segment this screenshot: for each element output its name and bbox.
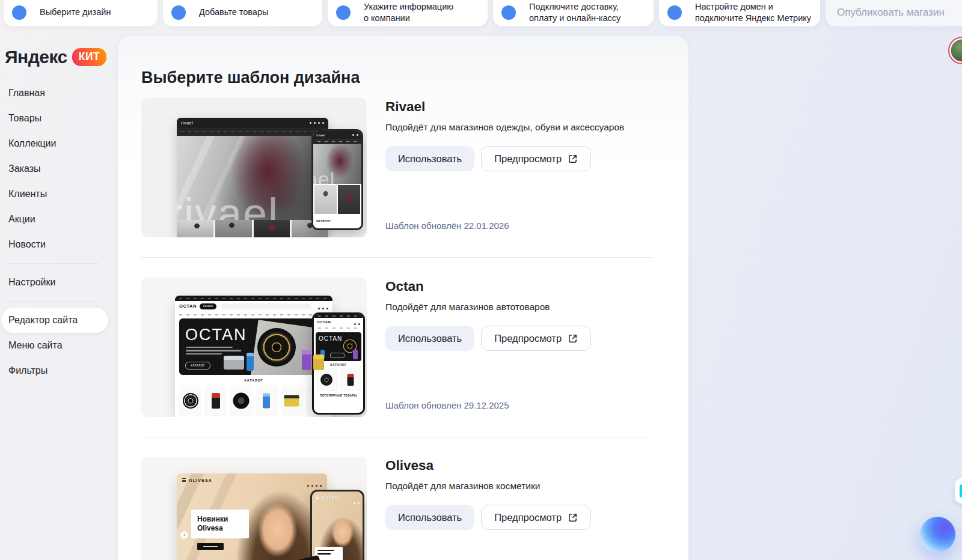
- mock-info-bar: [175, 296, 332, 301]
- preview-button-label: Предпросмотр: [494, 333, 562, 344]
- template-actions: Использовать Предпросмотр: [385, 326, 650, 351]
- mock-hero-image: rivael: [313, 144, 361, 184]
- step-dot-icon: [12, 5, 26, 20]
- brand-wordmark: Яндекс: [5, 47, 67, 67]
- publish-store-button[interactable]: Опубликовать магазин: [826, 0, 962, 26]
- nav-label: Товары: [8, 113, 41, 124]
- step-delivery-payment[interactable]: Подключите доставку, оплату и онлайн-кас…: [493, 0, 654, 26]
- carousel-arrow-icon: ‹: [180, 531, 188, 539]
- nav-label: Клиенты: [8, 189, 47, 199]
- use-button[interactable]: Использовать: [385, 505, 474, 530]
- template-info: Olivesa Подойдёт для магазинов косметики…: [385, 457, 650, 560]
- step-add-products[interactable]: Добавьте товары: [163, 0, 322, 26]
- sidebar-item-main[interactable]: Главная: [0, 81, 118, 106]
- use-button-label: Использовать: [398, 333, 462, 344]
- mock-photo-strip: [177, 220, 328, 237]
- decor: [340, 368, 362, 391]
- mock-header-icons: [351, 496, 360, 507]
- preview-button-label: Предпросмотр: [494, 512, 562, 523]
- step-label: Укажите информацию о компании: [364, 1, 453, 24]
- octan-desktop-mockup: OCTAN Каталог OCTAN: [175, 296, 332, 417]
- rivael-desktop-mockup: rivael rivael: [177, 118, 328, 237]
- sidebar-item-settings[interactable]: Настройки: [0, 270, 118, 295]
- step-dot-icon: [171, 5, 186, 20]
- chat-widget-button[interactable]: [955, 478, 962, 504]
- main-panel: Выберите шаблон дизайна rivael rivael: [118, 36, 688, 560]
- makeup-palette-graphic: [263, 555, 326, 560]
- mock-site-header: OLIVESA: [182, 478, 212, 482]
- page-title: Выберите шаблон дизайна: [141, 68, 360, 87]
- mock-hero-title: Новинки: [197, 516, 249, 523]
- decor: [186, 347, 241, 356]
- decor: [215, 220, 252, 237]
- mock-site-header: OCTAN Каталог: [175, 301, 332, 311]
- nav-label: Акции: [8, 214, 35, 225]
- sidebar-item-customers[interactable]: Клиенты: [0, 181, 118, 207]
- mock-header-icons: [316, 301, 328, 312]
- step-dot-icon: [667, 5, 682, 20]
- yandex-kit-logo[interactable]: Яндекс КИТ: [5, 47, 106, 67]
- mock-site-header: OCTAN: [314, 318, 363, 326]
- decor: [254, 220, 290, 237]
- mock-hero-image: rivael: [177, 136, 328, 220]
- external-link-icon: [568, 513, 578, 523]
- sidebar-item-filters[interactable]: Фильтры: [0, 358, 118, 383]
- mock-hero-subtitle: Olivesa: [197, 525, 249, 532]
- sidebar: Яндекс КИТ Главная Товары Коллекции Зака…: [0, 0, 118, 560]
- spray-can-graphic: [247, 353, 254, 371]
- mock-nav-bar: [177, 128, 328, 136]
- template-thumbnail-rivael: rivael rivael ri: [141, 98, 367, 237]
- user-avatar[interactable]: [948, 37, 962, 64]
- mock-catalog-button: [330, 353, 345, 358]
- publish-label: Опубликовать магазин: [826, 7, 945, 19]
- template-name: Olivesa: [385, 458, 650, 473]
- mock-watermark-text: rivael: [177, 189, 279, 220]
- decor: [338, 185, 360, 214]
- mock-hero-title: OCTAN: [319, 335, 342, 342]
- sidebar-nav: Главная Товары Коллекции Заказы Клиенты …: [0, 81, 118, 383]
- template-updated-date: Шаблон обновлён 22.01.2026: [385, 221, 509, 231]
- template-row-olivesa: OLIVESA Новинки Olivesa ‹: [141, 457, 650, 560]
- mock-site-logo: rivael: [181, 121, 193, 125]
- step-company-info[interactable]: Укажите информацию о компании: [328, 0, 488, 26]
- olivesa-desktop-mockup: OLIVESA Новинки Olivesa ‹: [177, 473, 327, 560]
- template-row-octan: OCTAN Каталог OCTAN: [141, 278, 650, 417]
- template-updated-date: Шаблон обновлён 29.12.2025: [385, 400, 509, 410]
- sidebar-item-news[interactable]: Новости: [0, 232, 118, 257]
- mock-watermark-text: rivael: [313, 168, 335, 184]
- preview-button-label: Предпросмотр: [494, 153, 562, 165]
- preview-button[interactable]: Предпросмотр: [481, 146, 591, 171]
- wheel-graphic: [257, 328, 296, 367]
- mock-site-logo: OLIVESA: [189, 478, 212, 482]
- sidebar-item-orders[interactable]: Заказы: [0, 156, 118, 181]
- decor: [256, 385, 278, 416]
- kit-badge: КИТ: [72, 48, 106, 66]
- use-button[interactable]: Использовать: [385, 146, 474, 171]
- mock-product-tiles: [314, 367, 363, 393]
- sidebar-item-site-menu[interactable]: Меню сайта: [0, 333, 118, 358]
- mock-header-icons: [307, 122, 324, 124]
- sidebar-item-products[interactable]: Товары: [0, 106, 118, 131]
- decor: [177, 220, 213, 237]
- decor: [230, 385, 252, 416]
- preview-button[interactable]: Предпросмотр: [481, 505, 591, 530]
- sidebar-item-promotions[interactable]: Акции: [0, 207, 118, 232]
- template-thumbnail-octan: OCTAN Каталог OCTAN: [141, 278, 367, 417]
- mock-site-header: rivael: [177, 118, 328, 128]
- template-name: Octan: [385, 279, 650, 294]
- hamburger-icon: [316, 495, 319, 499]
- mock-photo-tiles: [313, 184, 361, 215]
- template-name: Rivael: [385, 99, 650, 115]
- hamburger-icon: [182, 478, 186, 482]
- nav-label: Главная: [8, 88, 45, 99]
- use-button[interactable]: Использовать: [385, 326, 474, 351]
- preview-button[interactable]: Предпросмотр: [481, 326, 591, 351]
- assistant-orb[interactable]: [920, 517, 955, 552]
- step-domain-metrica[interactable]: Настройте домен и подключите Яндекс Метр…: [659, 0, 820, 26]
- canister-graphic: [313, 355, 324, 370]
- sidebar-item-site-editor[interactable]: Редактор сайта: [1, 308, 108, 333]
- sidebar-item-collections[interactable]: Коллекции: [0, 131, 118, 156]
- nav-label: Меню сайта: [8, 340, 63, 351]
- step-choose-design[interactable]: Выберите дизайн: [4, 0, 158, 26]
- olivesa-mobile-mockup: OLIVESA: [310, 490, 364, 560]
